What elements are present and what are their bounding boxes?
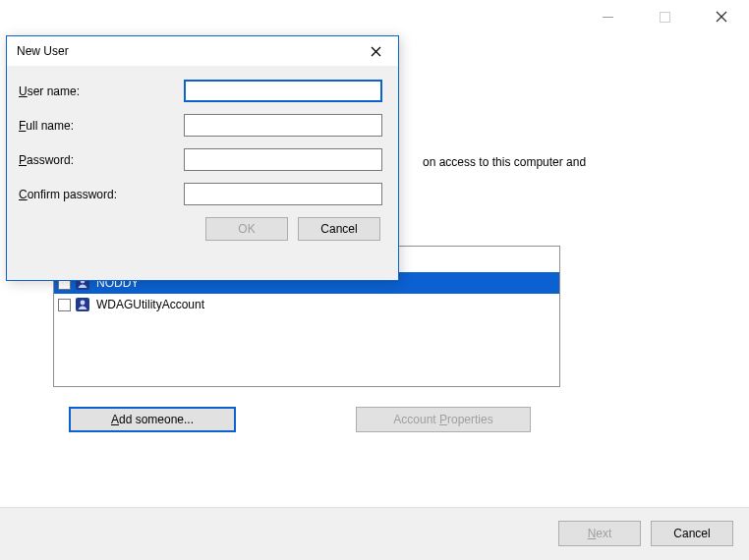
form-row-fullname: Full name:	[19, 114, 386, 137]
dialog-body: User name: Full name: Password: Confirm …	[7, 66, 398, 251]
password-input[interactable]	[184, 148, 382, 171]
cancel-label: Cancel	[320, 222, 357, 236]
user-icon	[75, 297, 90, 312]
fullname-input[interactable]	[184, 114, 382, 137]
svg-rect-1	[660, 12, 669, 22]
list-item[interactable]: WDAGUtilityAccount	[54, 294, 559, 315]
label-rest: ser name:	[28, 84, 80, 98]
mnemonic: C	[19, 188, 28, 201]
dialog-buttons: OK Cancel	[19, 217, 386, 241]
mnemonic: A	[111, 413, 119, 426]
svg-point-7	[81, 301, 86, 306]
mnemonic: P	[19, 153, 27, 167]
next-button: Next	[558, 521, 641, 546]
fullname-label: Full name:	[19, 119, 184, 133]
username-label: User name:	[19, 84, 184, 98]
form-row-password: Password:	[19, 148, 386, 171]
add-someone-label: Add someone...	[111, 413, 194, 426]
label-rest: ull name:	[26, 119, 74, 133]
new-user-dialog: New User User name: Full name: Password:…	[6, 35, 399, 281]
confirm-password-input[interactable]	[184, 183, 382, 205]
form-row-username: User name:	[19, 80, 386, 102]
account-properties-label: Account Properties	[393, 413, 492, 426]
confirm-password-label: Confirm password:	[19, 188, 184, 201]
parent-titlebar	[0, 0, 749, 33]
cancel-button[interactable]: Cancel	[298, 217, 380, 241]
stage: on access to this computer and NODDY WDA…	[0, 0, 749, 560]
mnemonic: U	[19, 84, 28, 98]
close-icon[interactable]	[359, 39, 392, 63]
mnemonic: P	[439, 413, 447, 426]
dialog-titlebar[interactable]: New User	[7, 36, 398, 66]
account-properties-button: Account Properties	[356, 407, 531, 432]
label-rest: roperties	[447, 413, 493, 426]
label-rest: ext	[596, 527, 611, 540]
form-row-confirm: Confirm password:	[19, 183, 386, 205]
next-label: Next	[588, 527, 612, 540]
dialog-title: New User	[17, 44, 69, 58]
checkbox[interactable]	[58, 299, 71, 311]
ok-button: OK	[205, 217, 288, 241]
label-rest: dd someone...	[119, 413, 194, 426]
minimize-icon[interactable]	[588, 3, 627, 30]
label-prefix: Account	[393, 413, 439, 426]
add-someone-button[interactable]: Add someone...	[69, 407, 236, 432]
cancel-label: Cancel	[673, 527, 710, 540]
label-rest: onfirm password:	[28, 188, 117, 201]
maximize-icon[interactable]	[645, 3, 684, 30]
user-name-label: WDAGUtilityAccount	[94, 298, 204, 311]
label-rest: assword:	[27, 153, 74, 167]
cancel-button[interactable]: Cancel	[651, 521, 733, 546]
helper-text: on access to this computer and	[423, 155, 586, 169]
close-icon[interactable]	[702, 3, 741, 30]
username-input[interactable]	[184, 80, 382, 102]
ok-label: OK	[238, 222, 255, 236]
password-label: Password:	[19, 153, 184, 167]
